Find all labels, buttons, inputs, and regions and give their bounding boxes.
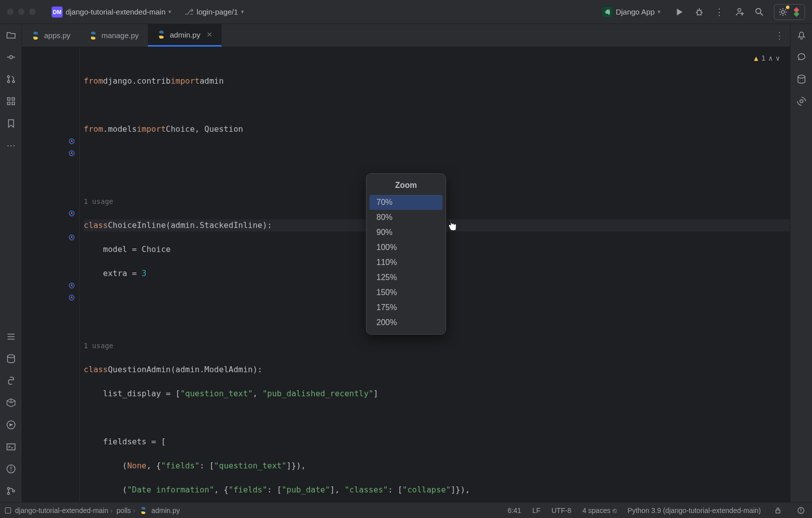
tab-apps-py[interactable]: apps.py — [22, 24, 80, 47]
svg-point-45 — [800, 100, 803, 103]
chevron-down-icon: ▾ — [241, 9, 244, 15]
readonly-lock-icon[interactable]: ⎋ — [613, 506, 617, 514]
svg-rect-23 — [8, 102, 10, 105]
next-highlight-icon[interactable]: ∨ — [776, 52, 780, 64]
minimize-window-button[interactable] — [18, 9, 25, 15]
maximize-window-button[interactable] — [29, 9, 36, 15]
zoom-option-125[interactable]: 125% — [369, 270, 443, 285]
svg-point-29 — [8, 355, 15, 358]
svg-rect-25 — [12, 102, 15, 105]
svg-point-38 — [69, 139, 74, 144]
problems-tool-icon[interactable] — [5, 463, 17, 475]
debug-button[interactable] — [694, 7, 705, 18]
zoom-option-200[interactable]: 200% — [369, 315, 443, 330]
override-gutter-icon[interactable] — [68, 210, 75, 217]
tab-menu-button[interactable]: ⋮ — [775, 30, 784, 41]
svg-point-43 — [69, 295, 74, 300]
file-encoding[interactable]: UTF-8 — [551, 506, 571, 514]
override-gutter-icon[interactable] — [68, 282, 75, 289]
project-tool-icon[interactable] — [5, 29, 17, 41]
run-button[interactable] — [674, 7, 685, 18]
svg-point-20 — [8, 81, 10, 83]
svg-point-40 — [69, 211, 74, 216]
inspection-widget[interactable]: ▲ 1 ∧ ∨ — [754, 52, 780, 64]
pull-requests-icon[interactable] — [5, 73, 17, 85]
endpoints-icon[interactable] — [795, 95, 807, 107]
python-interpreter[interactable]: Python 3.9 (django-tutorial-extended-mai… — [628, 506, 761, 514]
ro-toggle-icon[interactable] — [772, 504, 784, 516]
svg-point-34 — [11, 470, 12, 471]
svg-point-11 — [756, 9, 761, 14]
zoom-option-70[interactable]: 70% — [369, 195, 443, 210]
indent-status[interactable]: 4 spaces ⎋ — [582, 506, 617, 514]
code-with-me-button[interactable] — [734, 7, 745, 18]
svg-line-6 — [697, 14, 698, 15]
commit-tool-icon[interactable] — [5, 51, 17, 63]
prev-highlight-icon[interactable]: ∧ — [768, 52, 772, 64]
nav-bar-icon — [5, 507, 11, 513]
python-console-icon[interactable] — [5, 375, 17, 387]
svg-line-7 — [700, 14, 701, 15]
ai-assistant-icon[interactable] — [795, 51, 807, 63]
structure-tool-icon[interactable] — [5, 95, 17, 107]
breadcrumb-file[interactable]: admin.py — [151, 506, 180, 514]
vcs-tool-icon[interactable] — [5, 485, 17, 497]
left-tool-rail: ⋯ — [0, 24, 22, 502]
run-config-selector[interactable]: dj Django App ▾ — [598, 5, 665, 19]
override-gutter-icon[interactable] — [68, 234, 75, 241]
override-gutter-icon[interactable] — [68, 138, 75, 145]
svg-point-42 — [69, 283, 74, 288]
svg-point-21 — [13, 81, 15, 83]
settings-button[interactable] — [777, 7, 788, 18]
notifications-tool-icon[interactable] — [795, 29, 807, 41]
svg-point-8 — [738, 9, 741, 12]
chevron-down-icon: ▾ — [658, 9, 661, 15]
svg-point-35 — [8, 487, 10, 489]
caret-position[interactable]: 6:41 — [508, 506, 521, 514]
todo-tool-icon[interactable] — [5, 331, 17, 343]
more-tools-icon[interactable]: ⋯ — [5, 139, 17, 151]
database-right-icon[interactable] — [795, 73, 807, 85]
services-tool-icon[interactable] — [5, 419, 17, 431]
editor-tabs: apps.py manage.py admin.py ✕ ⋮ — [22, 24, 790, 47]
more-actions-button[interactable]: ⋮ — [714, 7, 725, 18]
titlebar: DM django-tutorial-extended-main ▾ ⎇ log… — [0, 0, 812, 24]
close-tab-icon[interactable]: ✕ — [207, 31, 213, 39]
database-tool-icon[interactable] — [5, 353, 17, 365]
search-button[interactable] — [754, 7, 765, 18]
packages-tool-icon[interactable] — [5, 397, 17, 409]
editor-gutter — [22, 47, 80, 502]
zoom-popup: Zoom 70% 80% 90% 100% 110% 125% 150% 175… — [366, 173, 446, 335]
plugin-badge-icon[interactable] — [791, 7, 801, 17]
python-file-icon — [139, 506, 147, 514]
project-icon: DM — [52, 7, 63, 18]
tab-admin-py[interactable]: admin.py ✕ — [148, 24, 222, 47]
breadcrumb-root[interactable]: django-tutorial-extended-main — [15, 506, 113, 514]
svg-point-44 — [798, 75, 805, 78]
breadcrumb-dir[interactable]: polls — [117, 506, 135, 514]
zoom-option-100[interactable]: 100% — [369, 240, 443, 255]
tab-manage-py[interactable]: manage.py — [80, 24, 148, 47]
project-selector[interactable]: DM django-tutorial-extended-main ▾ — [48, 5, 175, 20]
zoom-option-150[interactable]: 150% — [369, 285, 443, 300]
zoom-option-175[interactable]: 175% — [369, 300, 443, 315]
line-separator[interactable]: LF — [532, 506, 540, 514]
branch-selector[interactable]: ⎇ login-page/1 ▾ — [180, 5, 248, 19]
status-bar: django-tutorial-extended-main polls admi… — [0, 502, 812, 518]
bookmarks-tool-icon[interactable] — [5, 117, 17, 129]
zoom-option-110[interactable]: 110% — [369, 255, 443, 270]
svg-rect-31 — [7, 444, 15, 450]
problems-status-icon[interactable] — [795, 504, 807, 516]
terminal-tool-icon[interactable] — [5, 441, 17, 453]
zoom-option-90[interactable]: 90% — [369, 225, 443, 240]
tab-label: manage.py — [102, 31, 139, 40]
svg-point-16 — [10, 56, 13, 59]
svg-point-37 — [13, 490, 15, 492]
close-window-button[interactable] — [7, 9, 14, 15]
breadcrumb[interactable]: django-tutorial-extended-main polls admi… — [5, 506, 180, 514]
django-icon: dj — [602, 7, 613, 17]
tab-label: admin.py — [170, 31, 200, 39]
zoom-option-80[interactable]: 80% — [369, 210, 443, 225]
override-gutter-icon[interactable] — [68, 294, 75, 301]
override-gutter-icon[interactable] — [68, 150, 75, 157]
